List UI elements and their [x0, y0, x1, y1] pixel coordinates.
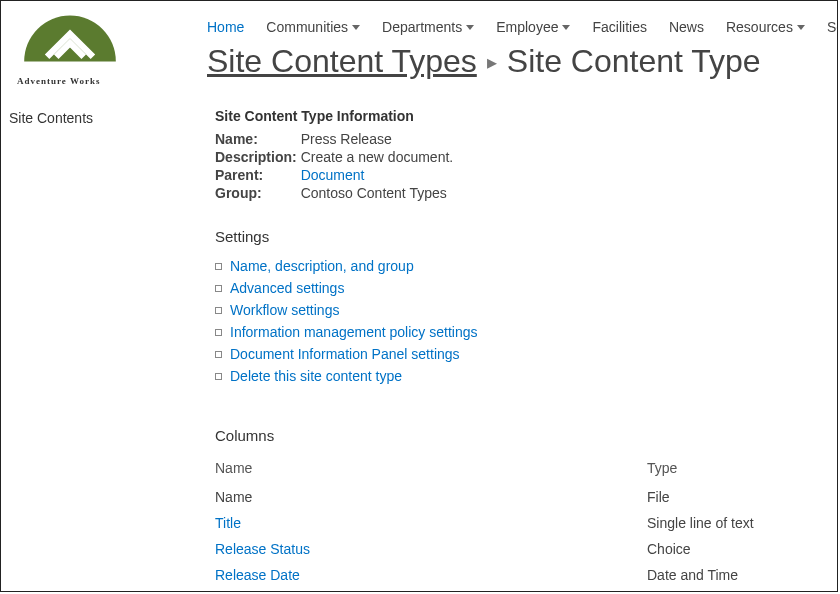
info-name-label: Name: — [215, 130, 301, 148]
columns-header-type[interactable]: Type — [647, 454, 817, 484]
breadcrumb-arrow-icon: ▸ — [487, 50, 497, 74]
column-name-link[interactable]: Title — [215, 515, 241, 531]
top-nav: Home Communities Departments Employee Fa… — [207, 19, 838, 35]
settings-item: Name, description, and group — [215, 255, 817, 277]
settings-link-delete[interactable]: Delete this site content type — [230, 368, 402, 384]
info-heading: Site Content Type Information — [215, 108, 817, 124]
info-parent-link[interactable]: Document — [301, 167, 365, 183]
column-name: Name — [215, 484, 647, 510]
site-logo[interactable]: Adventure Works — [15, 11, 185, 86]
nav-departments[interactable]: Departments — [382, 19, 474, 35]
settings-link-doc-info-panel[interactable]: Document Information Panel settings — [230, 346, 460, 362]
left-nav-site-contents[interactable]: Site Contents — [9, 108, 179, 128]
settings-list: Name, description, and group Advanced se… — [215, 255, 817, 387]
nav-search[interactable]: Search — [827, 19, 838, 35]
info-group-value: Contoso Content Types — [301, 184, 454, 202]
columns-table: Name Type Name File Title Single line of… — [215, 454, 817, 588]
settings-link-name-desc-group[interactable]: Name, description, and group — [230, 258, 414, 274]
bullet-icon — [215, 373, 222, 380]
info-group-label: Group: — [215, 184, 301, 202]
chevron-down-icon — [466, 25, 474, 30]
nav-communities[interactable]: Communities — [266, 19, 360, 35]
nav-label: News — [669, 19, 704, 35]
table-row: Title Single line of text — [215, 510, 817, 536]
nav-facilities[interactable]: Facilities — [592, 19, 646, 35]
settings-link-advanced[interactable]: Advanced settings — [230, 280, 344, 296]
table-row: Release Date Date and Time — [215, 562, 817, 588]
nav-label: Communities — [266, 19, 348, 35]
bullet-icon — [215, 351, 222, 358]
settings-link-info-mgmt-policy[interactable]: Information management policy settings — [230, 324, 477, 340]
nav-label: Resources — [726, 19, 793, 35]
info-desc-label: Description: — [215, 148, 301, 166]
columns-header-name[interactable]: Name — [215, 454, 647, 484]
nav-label: Departments — [382, 19, 462, 35]
info-parent-label: Parent: — [215, 166, 301, 184]
main-content: Site Content Type Information Name: Pres… — [179, 108, 837, 588]
column-type: Single line of text — [647, 510, 817, 536]
page-title: Site Content Types ▸ Site Content Type — [207, 43, 838, 80]
settings-item: Information management policy settings — [215, 321, 817, 343]
breadcrumb-current: Site Content Type — [507, 43, 761, 80]
nav-home-label: Home — [207, 19, 244, 35]
content-type-info: Name: Press Release Description: Create … — [215, 130, 453, 202]
table-row: Name File — [215, 484, 817, 510]
breadcrumb-parent[interactable]: Site Content Types — [207, 43, 477, 80]
nav-label: Facilities — [592, 19, 646, 35]
nav-label: Search — [827, 19, 838, 35]
nav-employee[interactable]: Employee — [496, 19, 570, 35]
nav-news[interactable]: News — [669, 19, 704, 35]
bullet-icon — [215, 263, 222, 270]
adventure-works-logo-icon — [15, 11, 125, 75]
chevron-down-icon — [562, 25, 570, 30]
nav-resources[interactable]: Resources — [726, 19, 805, 35]
nav-label: Employee — [496, 19, 558, 35]
logo-text: Adventure Works — [17, 76, 185, 86]
left-nav: Site Contents — [1, 108, 179, 588]
settings-link-workflow[interactable]: Workflow settings — [230, 302, 339, 318]
settings-item: Advanced settings — [215, 277, 817, 299]
bullet-icon — [215, 329, 222, 336]
settings-item: Workflow settings — [215, 299, 817, 321]
info-desc-value: Create a new document. — [301, 148, 454, 166]
bullet-icon — [215, 307, 222, 314]
column-name-link[interactable]: Release Date — [215, 567, 300, 583]
nav-home[interactable]: Home — [207, 19, 244, 35]
settings-item: Delete this site content type — [215, 365, 817, 387]
table-row: Release Status Choice — [215, 536, 817, 562]
chevron-down-icon — [797, 25, 805, 30]
column-type: Choice — [647, 536, 817, 562]
column-name-link[interactable]: Release Status — [215, 541, 310, 557]
column-type: Date and Time — [647, 562, 817, 588]
columns-heading: Columns — [215, 427, 817, 444]
settings-heading: Settings — [215, 228, 817, 245]
bullet-icon — [215, 285, 222, 292]
settings-item: Document Information Panel settings — [215, 343, 817, 365]
column-type: File — [647, 484, 817, 510]
info-name-value: Press Release — [301, 130, 454, 148]
chevron-down-icon — [352, 25, 360, 30]
